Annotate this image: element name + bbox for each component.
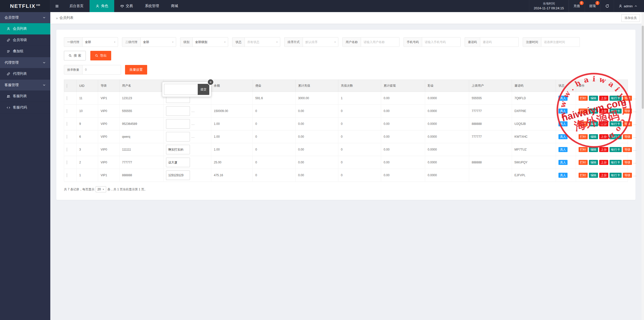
row-checkbox[interactable] xyxy=(67,96,67,100)
row-more-button[interactable]: ... xyxy=(633,173,636,177)
edit-button[interactable]: 编辑 xyxy=(589,173,598,178)
sidebar-item-member-list[interactable]: 会员列表 xyxy=(0,23,50,34)
remark-input[interactable] xyxy=(166,170,190,180)
bank-card-button[interactable]: 银行卡 xyxy=(610,134,622,139)
refresh-icon[interactable] xyxy=(600,0,614,12)
remark-more[interactable]: ... xyxy=(191,122,195,126)
row-checkbox[interactable] xyxy=(67,173,67,177)
filter-invite-code-input[interactable] xyxy=(480,38,518,47)
remark-input[interactable] xyxy=(166,119,190,129)
add-score-button[interactable]: 上分 xyxy=(599,147,608,152)
add-score-button[interactable]: 上分 xyxy=(599,96,608,101)
filter-status-select[interactable]: 所有状态▼ xyxy=(245,38,280,47)
nav-item-roles[interactable]: 角色 xyxy=(90,0,114,12)
scrollbar-thumb[interactable] xyxy=(642,26,644,109)
nav-item-trade[interactable]: 交易 xyxy=(114,0,139,12)
remark-cell: ... xyxy=(166,119,209,129)
level-button[interactable]: 等级 xyxy=(623,134,632,139)
level-button[interactable]: 等级 xyxy=(623,147,632,152)
select-all-checkbox[interactable] xyxy=(67,84,67,88)
remark-popup-input[interactable] xyxy=(164,84,198,95)
row-checkbox[interactable] xyxy=(67,122,67,126)
nav-quick-withdraw[interactable]: 提现2 xyxy=(585,0,600,12)
add-score-button[interactable]: 上分 xyxy=(599,121,608,126)
add-score-button[interactable]: 上分 xyxy=(599,134,608,139)
sidebar-item-service-list[interactable]: 客服列表 xyxy=(0,91,50,102)
remark-input[interactable] xyxy=(166,145,190,154)
remark-more[interactable]: ... xyxy=(191,109,195,113)
level-button[interactable]: 等级 xyxy=(623,109,632,114)
order-quantity-input[interactable] xyxy=(83,65,121,74)
inject-button[interactable]: 打针 xyxy=(579,121,588,126)
nav-quick-recharge[interactable]: 充值0 xyxy=(569,0,585,12)
sidebar-group-agent-management[interactable]: 代理管理 xyxy=(0,57,50,68)
row-more-button[interactable]: ... xyxy=(633,122,636,126)
row-checkbox[interactable] xyxy=(67,109,67,113)
sidebar-group-member-management[interactable]: 会员管理 xyxy=(0,12,50,23)
edit-button[interactable]: 编辑 xyxy=(589,147,598,152)
hamburger-icon[interactable] xyxy=(50,0,63,12)
bank-card-button[interactable]: 银行卡 xyxy=(610,147,622,152)
filter-phone-input[interactable] xyxy=(422,38,460,47)
remark-more[interactable]: ... xyxy=(191,135,195,138)
edit-button[interactable]: 编辑 xyxy=(589,109,598,114)
bank-card-button[interactable]: 银行卡 xyxy=(610,109,622,114)
filter-register-time-input[interactable] xyxy=(541,38,580,47)
bank-card-button[interactable]: 银行卡 xyxy=(610,96,622,101)
filter-username-input[interactable] xyxy=(361,38,399,47)
add-member-button[interactable]: 添加会员 xyxy=(621,14,640,22)
bank-card-button[interactable]: 银行卡 xyxy=(610,173,622,178)
remark-input[interactable] xyxy=(166,158,190,167)
close-icon[interactable]: × xyxy=(207,79,214,85)
link-icon xyxy=(7,72,10,76)
level-button[interactable]: 等级 xyxy=(623,160,632,165)
search-button[interactable]: 搜 索 xyxy=(64,51,86,60)
row-more-button[interactable]: ... xyxy=(633,161,636,164)
row-checkbox[interactable] xyxy=(67,148,67,152)
nav-item-system[interactable]: 系统管理 xyxy=(139,0,165,12)
row-checkbox[interactable] xyxy=(67,160,67,164)
sidebar-item-agent-list[interactable]: 代理列表 xyxy=(0,68,50,80)
bank-card-button[interactable]: 银行卡 xyxy=(610,121,622,126)
filter-agent-level2-select[interactable]: 全部▼ xyxy=(141,38,176,47)
nav-item-mall[interactable]: 商城 xyxy=(165,0,184,12)
edit-button[interactable]: 编辑 xyxy=(589,160,598,165)
filter-level-select[interactable]: 全部级别▼ xyxy=(193,38,228,47)
sidebar-item-stack-group[interactable]: 叠加组 xyxy=(0,46,50,57)
inject-button[interactable]: 打针 xyxy=(579,134,588,139)
inject-button[interactable]: 打针 xyxy=(579,147,588,152)
edit-button[interactable]: 编辑 xyxy=(589,96,598,101)
filter-sort-select[interactable]: 默认排序▼ xyxy=(303,38,338,47)
level-button[interactable]: 等级 xyxy=(623,96,632,101)
remark-input[interactable] xyxy=(166,106,190,116)
admin-menu[interactable]: admin xyxy=(614,0,644,12)
row-more-button[interactable]: ... xyxy=(633,148,636,151)
add-score-button[interactable]: 上分 xyxy=(599,109,608,114)
export-button[interactable]: 导出 xyxy=(90,51,111,60)
inject-button[interactable]: 打针 xyxy=(579,109,588,114)
row-more-button[interactable]: ... xyxy=(633,135,636,138)
add-score-button[interactable]: 上分 xyxy=(599,160,608,165)
add-score-button[interactable]: 上分 xyxy=(599,173,608,178)
sidebar-item-member-level[interactable]: 会员等级 xyxy=(0,34,50,46)
inject-button[interactable]: 打针 xyxy=(579,96,588,101)
filter-select-value: 全部 xyxy=(85,40,91,44)
level-button[interactable]: 等级 xyxy=(623,173,632,178)
edit-button[interactable]: 编辑 xyxy=(589,121,598,126)
row-more-button[interactable]: ... xyxy=(633,109,636,113)
batch-set-button[interactable]: 批量设置 xyxy=(125,65,147,75)
nav-item-dashboard[interactable]: 后台首页 xyxy=(63,0,90,12)
inject-button[interactable]: 打针 xyxy=(579,173,588,178)
inject-button[interactable]: 打针 xyxy=(579,160,588,165)
bank-card-button[interactable]: 银行卡 xyxy=(610,160,622,165)
row-more-button[interactable]: ... xyxy=(633,96,636,100)
page-size-select[interactable]: 20 ▼ xyxy=(96,186,106,192)
remark-input[interactable] xyxy=(166,132,190,141)
level-button[interactable]: 等级 xyxy=(623,121,632,126)
edit-button[interactable]: 编辑 xyxy=(589,134,598,139)
filter-agent-level1-select[interactable]: 全部▼ xyxy=(83,38,118,47)
remark-submit-button[interactable]: 提交 xyxy=(198,84,209,95)
row-checkbox[interactable] xyxy=(67,135,67,139)
sidebar-group-service-management[interactable]: 客服管理 xyxy=(0,80,50,91)
sidebar-item-service-code[interactable]: 客服代码 xyxy=(0,102,50,113)
